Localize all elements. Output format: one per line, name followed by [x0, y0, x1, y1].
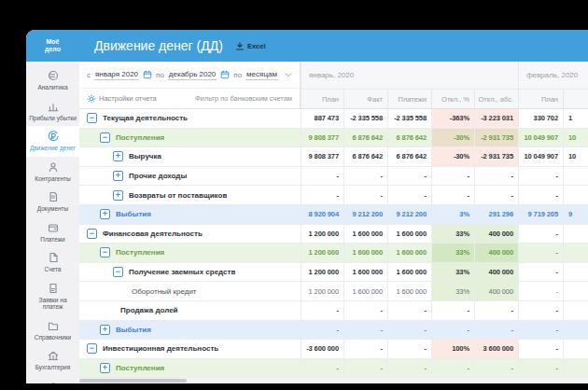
- calendar-icon[interactable]: [143, 70, 152, 79]
- sidebar-item-label: Платежи: [28, 236, 77, 244]
- column-header-payments: Платежи: [387, 90, 431, 108]
- excel-label: Excel: [247, 42, 266, 50]
- sidebar-item-7[interactable]: Заявки на платеж: [26, 278, 79, 315]
- bank-accounts-filter-link[interactable]: Фильтр по банковским счетам: [195, 94, 292, 103]
- value-cell: -: [301, 186, 343, 204]
- value-cell: 9 808 377: [301, 147, 343, 166]
- row-label: Получение заемных средств: [129, 268, 235, 276]
- calendar-icon[interactable]: [220, 70, 230, 79]
- expand-toggle-icon[interactable]: +: [113, 171, 123, 181]
- sidebar-item-8[interactable]: Справочники: [26, 315, 79, 346]
- logo-line-1: Моё: [26, 38, 79, 46]
- sidebar-item-2[interactable]: Движение денег: [26, 126, 79, 157]
- table-row[interactable]: Оборотный кредит1 200 0001 600 0001 600 …: [79, 282, 588, 301]
- column-header-deviation-pct: Откл., %: [431, 90, 474, 108]
- value-cell: [563, 186, 588, 204]
- expand-toggle-icon[interactable]: +: [100, 209, 110, 219]
- value-cell: 6 876 642: [387, 147, 431, 166]
- to-label: по: [156, 71, 164, 79]
- collapse-toggle-icon[interactable]: −: [113, 267, 123, 277]
- value-cell: 1 200 000: [301, 225, 343, 244]
- value-cell: -: [518, 282, 563, 300]
- value-cell: -: [474, 301, 518, 320]
- screenshot-stage: Моё дело Движение денег (ДД) Excel Анали…: [0, 0, 588, 390]
- value-cell: 8 920 904: [301, 205, 343, 224]
- value-cell: -: [518, 359, 563, 378]
- sidebar-nav: АналитикаПрибыли убыткиДвижение денегКон…: [26, 62, 79, 383]
- sidebar-item-1[interactable]: Прибыли убытки: [26, 96, 79, 127]
- chevron-down-icon[interactable]: [284, 70, 293, 79]
- collapse-toggle-icon[interactable]: −: [100, 132, 110, 143]
- table-row[interactable]: +Поступления------: [79, 359, 588, 378]
- table-row[interactable]: +Выручка9 808 3776 876 6426 876 642-30%-…: [79, 147, 588, 167]
- report-header: с января 2020 по декабрь 2020 по месяцам: [79, 62, 588, 109]
- sidebar-item-5[interactable]: Платежи: [26, 217, 79, 248]
- table-row[interactable]: −Финансовая деятельность1 200 0001 600 0…: [79, 225, 588, 244]
- top-bar: Моё дело Движение денег (ДД) Excel: [26, 30, 588, 62]
- collapse-toggle-icon[interactable]: −: [87, 343, 97, 354]
- table-row[interactable]: −Текущая деятельность887 473-2 335 558-2…: [79, 109, 588, 129]
- row-label: Финансовая деятельность: [103, 230, 203, 238]
- expand-toggle-icon[interactable]: +: [113, 151, 123, 161]
- payments-icon: [28, 222, 77, 234]
- value-cell: -2 335 558: [343, 109, 387, 128]
- row-label-cell: Продажа долей: [79, 301, 301, 320]
- collapse-toggle-icon[interactable]: −: [87, 113, 97, 123]
- value-cell: -: [343, 359, 387, 378]
- value-cell: 10: [563, 147, 588, 166]
- value-cell: 1 600 000: [387, 244, 431, 262]
- table-row[interactable]: +Возвраты от поставщиков------: [79, 186, 588, 205]
- sidebar-item-6[interactable]: Счета: [26, 247, 79, 278]
- sidebar-item-label: Контрагенты: [28, 175, 77, 183]
- expand-toggle-icon[interactable]: +: [113, 190, 123, 201]
- value-cell: 100%: [431, 340, 474, 358]
- sidebar-item-9[interactable]: Бухгалтерия: [26, 345, 79, 376]
- value-cell: [563, 321, 588, 340]
- sidebar-item-4[interactable]: Документы: [26, 187, 79, 217]
- table-row[interactable]: −Получение заемных средств1 200 0001 600…: [79, 263, 588, 283]
- report-settings-link[interactable]: Настройки отчета: [87, 94, 157, 104]
- sidebar-item-10[interactable]: Обучение: [26, 376, 79, 384]
- sidebar-item-0[interactable]: Аналитика: [26, 65, 79, 96]
- value-cell: 3%: [431, 205, 474, 224]
- table-row[interactable]: −Поступления9 808 3776 876 6426 876 642-…: [79, 129, 588, 148]
- collapse-toggle-icon[interactable]: −: [100, 247, 110, 258]
- table-row[interactable]: +Прочие доходы------: [79, 167, 588, 187]
- month-group-january: январь, 2020: [301, 62, 518, 89]
- sidebar-item-3[interactable]: Контрагенты: [26, 157, 79, 188]
- excel-export-link[interactable]: Excel: [235, 41, 266, 51]
- value-cell: -: [343, 340, 387, 358]
- expand-toggle-icon[interactable]: +: [100, 363, 110, 373]
- value-cell: 9 212 200: [343, 205, 387, 224]
- sidebar-item-label: Справочники: [28, 334, 77, 341]
- app-logo[interactable]: Моё дело: [26, 38, 79, 53]
- row-label-cell: −Текущая деятельность: [79, 109, 301, 128]
- value-cell: 291 296: [474, 205, 518, 224]
- value-cell: -: [518, 225, 563, 244]
- column-header-plan: План: [301, 90, 343, 108]
- table-row[interactable]: Продажа долей------: [79, 301, 588, 321]
- app-window: Моё дело Движение денег (ДД) Excel Анали…: [26, 30, 588, 383]
- value-cell: -: [343, 167, 387, 186]
- collapse-toggle-icon[interactable]: −: [87, 229, 97, 239]
- report-settings-label: Настройки отчета: [99, 94, 157, 103]
- table-row[interactable]: −Инвестиционная деятельность-3 600 000--…: [79, 340, 588, 359]
- sidebar-item-label: Движение денег: [28, 145, 77, 152]
- scrollbar-thumb[interactable]: [79, 379, 187, 383]
- value-cell: 33%: [431, 263, 474, 282]
- value-cell: 1 200 000: [301, 282, 343, 300]
- value-cell: -: [518, 263, 563, 282]
- expand-toggle-icon[interactable]: +: [100, 325, 110, 335]
- value-cell: -: [518, 186, 563, 204]
- table-row[interactable]: +Выбытия8 920 9049 212 2009 212 2003%291…: [79, 205, 588, 225]
- from-date-field[interactable]: января 2020: [94, 70, 139, 80]
- value-cell: [563, 167, 588, 186]
- table-row[interactable]: −Поступления1 200 0001 600 0001 600 0003…: [79, 244, 588, 263]
- table-row[interactable]: +Выбытия------: [79, 321, 588, 341]
- column-header-partial: [563, 90, 588, 108]
- report-options-row: Настройки отчета Фильтр по банковским сч…: [79, 88, 300, 108]
- group-by-select[interactable]: месяцам: [245, 70, 278, 80]
- to-date-field[interactable]: декабрь 2020: [168, 70, 217, 80]
- value-cell: -: [474, 167, 518, 186]
- month-group-row: январь, 2020 февраль, 2020: [301, 62, 588, 90]
